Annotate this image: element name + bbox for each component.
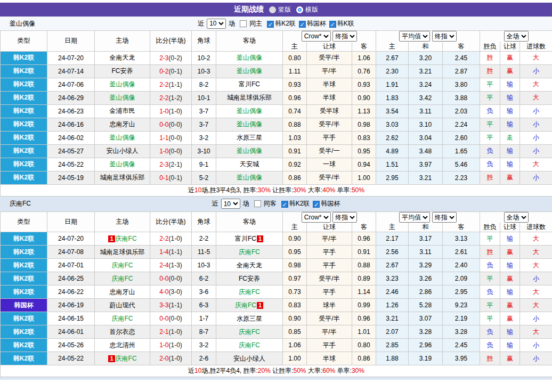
bookmaker-select[interactable]: Crow* — [302, 212, 331, 223]
match-row: 韩K2联24-05-221庆南FC2-0(1-0)2-6安山小绿人1.00半球0… — [1, 352, 552, 365]
league-checkbox[interactable]: ✓ — [329, 21, 336, 28]
corner-cell: 10-3 — [192, 64, 216, 78]
team-name: 忠南牙山 — [110, 120, 135, 128]
result-cell: 负 — [480, 325, 500, 339]
same-venue-label: 同客 — [264, 199, 277, 208]
corner-cell: 10-3 — [192, 259, 216, 272]
match-row: 韩K2联24-07-01庆南FC2-4(1-3)10-3全南天龙0.98平手0.… — [1, 259, 552, 272]
fullgame-select[interactable]: 全场 — [504, 212, 529, 223]
league-checkbox[interactable]: ✓ — [281, 201, 288, 208]
final-odds-select[interactable]: 终指 — [332, 31, 357, 42]
corner-cell: 10-1 — [192, 91, 216, 104]
avg-draw-odds-cell: 3.21 — [409, 171, 443, 184]
date-cell: 24-05-22 — [47, 352, 95, 365]
col-home: 主场 — [95, 31, 150, 52]
result-cell: 平 — [480, 272, 500, 285]
away-team-cell: 天安城 — [216, 158, 283, 171]
same-venue-checkbox[interactable] — [240, 20, 247, 27]
same-venue-checkbox[interactable] — [254, 200, 261, 207]
fullgame-dropdown-group: 全场 — [480, 211, 552, 223]
radio-horizontal-layout[interactable]: 横版 — [296, 5, 318, 14]
bookmaker-select[interactable]: Crow* — [302, 31, 331, 42]
handicap-result-cell: 赢 — [500, 352, 520, 365]
recent-count-select[interactable]: 10 — [207, 19, 226, 29]
fulltime-score: 1-0 — [159, 108, 168, 115]
average-select[interactable]: 平均值 — [399, 212, 430, 223]
league-type-cell: 韩K2联 — [1, 246, 47, 259]
home-team-cell: 城南足球俱乐部 — [95, 246, 150, 259]
halftime-score: (1-1) — [169, 301, 182, 309]
summary-text: 60% — [322, 367, 335, 374]
col-crow-handicap: 让球 — [307, 223, 352, 232]
crow-away-odds-cell: 0.83 — [352, 131, 376, 144]
fullgame-select[interactable]: 全场 — [504, 31, 529, 42]
crow-handicap-cell: 平手 — [307, 339, 352, 352]
avg-away-odds-cell: 1.65 — [443, 144, 480, 158]
team-name: 釜山偶像 — [110, 160, 135, 168]
avg-away-odds-cell: 2.03 — [443, 104, 480, 118]
league-checkbox[interactable]: ✓ — [299, 21, 306, 28]
home-team-cell: 釜山偶像 — [95, 131, 150, 144]
crow-home-odds-cell: 0.92 — [283, 158, 307, 171]
team-name: 庆南FC — [239, 328, 260, 336]
league-checkbox[interactable]: ✓ — [267, 21, 274, 28]
radio-vertical-layout[interactable]: 竖版 — [269, 5, 291, 14]
away-team-cell: 庆南FC — [216, 325, 283, 339]
result-cell: 平 — [480, 299, 500, 312]
fulltime-score: 1-0 — [159, 341, 168, 349]
radio-unselected-icon[interactable] — [296, 6, 303, 13]
crow-away-odds-cell: 1.06 — [352, 51, 376, 64]
corner-cell: 3-2 — [192, 131, 216, 144]
team-name: FC安养 — [239, 275, 260, 282]
goals-result-cell: 大 — [520, 259, 552, 272]
crow-away-odds-cell: 1.01 — [352, 325, 376, 339]
halftime-score: (0-0) — [169, 134, 182, 142]
result-cell: 胜 — [480, 171, 500, 184]
avg-draw-odds-cell: 2.86 — [409, 285, 443, 299]
final-odds-select-2[interactable]: 终指 — [432, 212, 457, 223]
league-type-cell: 韩K2联 — [1, 144, 47, 158]
crow-handicap-cell: 受平/半 — [307, 272, 352, 285]
fulltime-score: 0-0 — [159, 121, 168, 128]
col-handicap-result: 让球 — [500, 42, 520, 52]
avg-draw-odds-cell: 3.97 — [409, 158, 443, 171]
average-select[interactable]: 平均值 — [399, 31, 430, 42]
halftime-score: (0-0) — [169, 275, 182, 282]
col-crow-away: 客 — [352, 42, 376, 52]
team-name: 富川FC — [235, 235, 256, 242]
team-name: 富川FC — [239, 80, 260, 88]
league-type-cell: 韩K2联 — [1, 64, 47, 78]
fulltime-score: 2-2 — [159, 81, 168, 88]
home-team-cell: 首尔衣恋 — [95, 325, 150, 339]
corner-cell: 2-6 — [192, 352, 216, 365]
goals-result-cell: 小 — [520, 272, 552, 285]
final-odds-select-2[interactable]: 终指 — [432, 31, 457, 42]
recent-count-select[interactable]: 10 — [221, 199, 240, 209]
corner-cell: 3-7 — [192, 118, 216, 131]
radio-selected-icon[interactable] — [269, 6, 276, 13]
date-cell: 24-05-22 — [47, 158, 95, 171]
crow-away-odds-cell: 0.96 — [352, 312, 376, 325]
crow-handicap-cell: 平手 — [307, 246, 352, 259]
league-checkbox-label: 韩K2联 — [289, 200, 310, 207]
col-avg-away: 客 — [443, 223, 480, 232]
crow-home-odds-cell: 0.91 — [283, 144, 307, 158]
result-cell: 胜 — [480, 64, 500, 78]
avg-home-odds-cell: 3.54 — [376, 104, 409, 118]
crow-home-odds-cell: 0.93 — [283, 78, 307, 91]
final-odds-select[interactable]: 终指 — [332, 212, 357, 223]
team-name: 安山小绿人 — [107, 147, 139, 154]
goals-result-cell: 大 — [520, 158, 552, 171]
team-name: 忠北清州 — [110, 341, 135, 349]
col-score: 比分(半场) — [150, 31, 192, 52]
team-name: 金浦市民 — [110, 107, 135, 115]
team-name: 庆南FC — [116, 235, 137, 242]
league-type-cell: 韩国杯 — [1, 299, 47, 312]
league-checkbox[interactable]: ✓ — [313, 201, 320, 208]
home-team-cell: 金浦市民 — [95, 104, 150, 118]
red-card-badge: 1 — [108, 235, 115, 242]
avg-away-odds-cell: 2.23 — [443, 171, 480, 184]
crow-home-odds-cell: 1.03 — [283, 131, 307, 144]
avg-home-odds-cell: 1.26 — [376, 299, 409, 312]
summary-text: 40% — [322, 186, 335, 194]
